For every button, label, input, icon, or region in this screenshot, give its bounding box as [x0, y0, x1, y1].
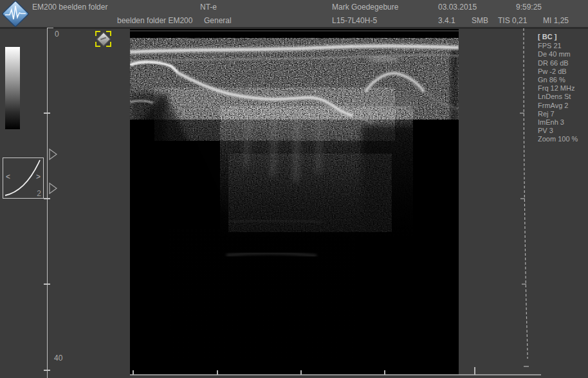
- focus-marker-icon-1[interactable]: [49, 148, 58, 161]
- gamma-value: 2: [37, 189, 41, 198]
- gamma-curve-widget[interactable]: < > 2: [3, 158, 44, 199]
- preset-name: General: [204, 16, 232, 25]
- software-version: 3.4.1: [438, 16, 455, 25]
- width-ruler: [129, 366, 544, 377]
- exam-time: 9:59:25: [516, 3, 542, 12]
- app-logo-icon: [1, 0, 30, 28]
- focus-marker-icon-2[interactable]: [49, 183, 58, 195]
- param-image-enhance: ImEnh 3: [538, 118, 588, 127]
- param-fps: FPS 21: [538, 42, 588, 50]
- depth-tick-30: [44, 284, 50, 285]
- network-status: SMB: [472, 16, 488, 25]
- depth-tick-40: [44, 370, 50, 371]
- depth-tick-10: [44, 113, 50, 114]
- depth-ruler-top-corner: [48, 28, 53, 28]
- param-zoom: Zoom 100 %: [538, 135, 588, 143]
- param-power: Pw -2 dB: [538, 68, 588, 76]
- gamma-left-arrow[interactable]: <: [6, 172, 10, 181]
- imaging-params-panel: [ BC ] FPS 21 De 40 mm DR 66 dB Pw -2 dB…: [538, 33, 588, 144]
- ultrasound-image[interactable]: [130, 29, 459, 375]
- depth-label-top: 0: [55, 30, 59, 39]
- ultrasound-viewport[interactable]: [130, 29, 459, 375]
- tgc-curve[interactable]: [515, 27, 540, 372]
- exam-date: 03.03.2015: [438, 3, 477, 12]
- param-frequency: Frq 12 MHz: [538, 84, 588, 93]
- param-gain: Gn 86 %: [538, 76, 588, 84]
- image-selection-marker[interactable]: [95, 31, 111, 47]
- depth-tick-20: [44, 198, 50, 199]
- exam-type: NT-e: [200, 3, 217, 12]
- probe-name: L15-7L40H-5: [332, 16, 377, 25]
- depth-label-bottom: 40: [54, 354, 62, 363]
- param-rejection: Rej 7: [538, 110, 588, 118]
- param-line-density: LnDens St: [538, 93, 588, 101]
- param-frame-averaging: FrmAvg 2: [538, 102, 588, 110]
- tis-value: TIS 0,21: [498, 16, 527, 25]
- grayscale-bar: [5, 47, 20, 129]
- depth-ruler: [47, 28, 48, 378]
- folder-name: beelden folder EM200: [117, 16, 192, 25]
- operator-name: Mark Goedegebure: [332, 3, 398, 12]
- param-pv: PV 3: [538, 127, 588, 135]
- param-depth: De 40 mm: [538, 50, 588, 59]
- app-title: EM200 beelden folder: [32, 3, 107, 12]
- mode-label: [ BC ]: [538, 33, 588, 41]
- mi-value: MI 1,25: [543, 16, 569, 25]
- param-dynamic-range: DR 66 dB: [538, 59, 588, 68]
- gamma-right-arrow[interactable]: >: [36, 172, 41, 181]
